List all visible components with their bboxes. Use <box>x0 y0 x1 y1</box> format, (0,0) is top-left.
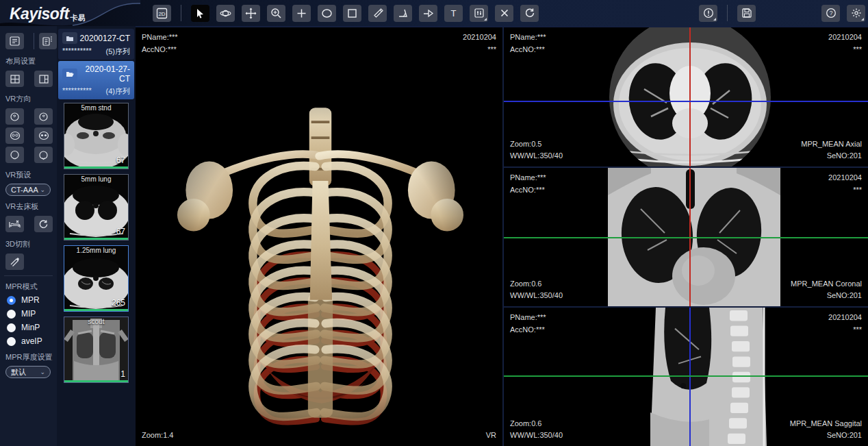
vr-head-bottom-button[interactable] <box>34 147 53 163</box>
study-item-2-selected[interactable]: 2020-01-27-CT ********** (4)序列 <box>58 61 134 99</box>
series-thumbnail-5mm-stnd[interactable]: 5mm stnd 67 <box>64 103 129 169</box>
zoom-text: Zoom:0.6 <box>510 418 563 430</box>
accno-text: AccNO:*** <box>142 44 178 56</box>
crosshair-vertical-blue[interactable] <box>689 308 691 446</box>
toolbar-tools: 2D <box>153 5 539 22</box>
ellipse-tool-button[interactable] <box>318 5 336 22</box>
mpr-thickness-select[interactable]: 默认 ⌄ <box>5 366 51 378</box>
crosshair-tool-button[interactable] <box>292 5 311 22</box>
pan-icon <box>245 8 257 19</box>
vr-preset-select[interactable]: CT-AAA ⌄ <box>5 184 51 196</box>
remove-bed-button[interactable] <box>5 216 24 232</box>
mpr-thickness-value: 默认 <box>11 367 26 377</box>
angle-tool-button[interactable] <box>394 5 412 22</box>
reset-view-button[interactable] <box>520 5 539 22</box>
brand-name: Kayisoft <box>10 5 69 23</box>
crosshair-horizontal-blue[interactable] <box>504 101 868 102</box>
mpr-mode-radio-aveip[interactable]: aveIP <box>0 334 57 348</box>
vr-overlay-date: 20210204 *** <box>463 32 496 55</box>
zoom-in-icon <box>270 8 282 19</box>
mpr-axial-viewport[interactable]: PName:*** AccNO:*** 20210204 *** Zoom:0.… <box>504 27 868 166</box>
pname-text: PName:*** <box>142 32 178 44</box>
vr-head-right-button[interactable] <box>34 108 53 125</box>
vr-head-left-button[interactable] <box>5 108 24 125</box>
mpr-coronal-viewport[interactable]: PName:*** AccNO:*** 20210204 *** Zoom:0.… <box>504 168 868 306</box>
crosshair-horizontal-green[interactable] <box>504 237 868 238</box>
series-number-text: SeNO:201 <box>790 430 862 442</box>
study-patient-id: ********** <box>62 86 92 97</box>
delete-annotation-button[interactable] <box>495 5 513 22</box>
svg-text:2D: 2D <box>158 11 165 17</box>
study-item-1[interactable]: 20200127-CT ********** (5)序列 <box>58 29 134 60</box>
window-level-button[interactable] <box>470 5 488 22</box>
series-thumbnail-5mm-lung[interactable]: 5mm lung 67 <box>64 174 129 240</box>
scalpel-3d-cut-button[interactable] <box>5 253 24 270</box>
mpr-mode-radio-mpr[interactable]: MPR <box>0 293 57 307</box>
layout-list-button[interactable] <box>5 33 24 49</box>
study-series-count: (5)序列 <box>106 47 130 57</box>
folder-closed-icon[interactable] <box>62 32 77 44</box>
text-annotation-button[interactable]: T <box>444 5 463 22</box>
study-date-text: 20210204 <box>828 172 862 184</box>
radio-label: MinP <box>21 323 40 332</box>
mpr-mode-text: MPR_MEAN Axial <box>801 138 862 151</box>
vr-face-front-button[interactable] <box>5 127 24 144</box>
about-info-button[interactable] <box>699 5 717 22</box>
mpr-mode-radio-minp[interactable]: MinP <box>0 321 57 334</box>
vr-face-back-button[interactable] <box>34 127 53 144</box>
vr-reset-button[interactable] <box>34 216 53 232</box>
series-number-text: SeNO:201 <box>791 290 862 302</box>
crosshair-horizontal-green[interactable] <box>504 375 868 377</box>
pan-tool-button[interactable] <box>242 5 260 22</box>
mpr-mode-radio-mip[interactable]: MIP <box>0 307 57 321</box>
vr-direction-label: VR方向 <box>0 90 57 106</box>
study-date-text: 20210204 <box>828 312 862 324</box>
folder-open-icon[interactable] <box>62 69 77 80</box>
cursor-tool-button[interactable] <box>191 5 209 22</box>
layout-right-column-icon <box>39 75 49 84</box>
window-level-text: WW/WL:350/40 <box>510 290 563 302</box>
render-mode-text: VR <box>486 430 496 442</box>
settings-button[interactable] <box>847 5 865 22</box>
zoom-in-tool-button[interactable] <box>267 5 285 22</box>
text-tool-icon: T <box>451 9 457 18</box>
sagittal-overlay-zoom: Zoom:0.6 WW/WL:350/40 <box>510 418 563 442</box>
cut-3d-label: 3D切割 <box>0 235 57 251</box>
arrow-annotation-button[interactable] <box>419 5 437 22</box>
vr-overlay-zoom: Zoom:1.4 <box>142 430 173 442</box>
accno-text: AccNO:*** <box>510 184 546 197</box>
zoom-text: Zoom:1.4 <box>142 430 173 442</box>
vr-head-top-button[interactable] <box>5 147 24 163</box>
thumbnail-image-count: 67 <box>116 156 125 165</box>
vr-face-back-icon <box>38 131 49 140</box>
mpr-sagittal-viewport[interactable]: PName:*** AccNO:*** 20210204 *** Zoom:0.… <box>504 308 868 446</box>
save-button[interactable] <box>737 5 756 22</box>
crosshair-vertical-red[interactable] <box>689 27 691 166</box>
radio-icon <box>7 310 16 319</box>
series-thumbnail-scout[interactable]: scout 1 <box>64 317 129 383</box>
mpr-mode-text: MPR_MEAN Coronal <box>791 278 862 290</box>
layout-panel-icon <box>42 36 53 46</box>
vr-face-front-icon <box>10 131 21 140</box>
chevron-down-icon: ⌄ <box>40 369 45 375</box>
zoom-text: Zoom:0.6 <box>510 278 563 290</box>
layout-right-column-button[interactable] <box>34 71 53 87</box>
series-number-text: SeNO:201 <box>801 150 862 162</box>
layout-list-icon <box>10 36 20 46</box>
coronal-overlay-date: 20210204 *** <box>828 172 862 196</box>
vr-viewport[interactable]: PName:*** AccNO:*** 20210204 *** Zoom:1.… <box>136 26 502 446</box>
rectangle-tool-button[interactable] <box>343 5 361 22</box>
rotate-3d-icon <box>220 8 231 19</box>
help-button[interactable]: ? <box>821 5 840 22</box>
measure-tool-button[interactable] <box>368 5 387 22</box>
layout-panel-button[interactable] <box>39 33 58 49</box>
grid-2x2-layout-button[interactable] <box>5 71 24 87</box>
vr-head-left-icon <box>10 112 20 122</box>
zoom-text: Zoom:0.5 <box>510 138 563 151</box>
mode-2d-button[interactable]: 2D <box>153 5 171 22</box>
vr-head-right-icon <box>38 112 49 122</box>
remove-bed-icon <box>9 220 21 229</box>
series-thumbnail-1-25mm-lung[interactable]: 1.25mm lung 265 <box>64 245 129 312</box>
rotate-3d-button[interactable] <box>216 5 235 22</box>
accno-text: AccNO:*** <box>510 324 546 336</box>
